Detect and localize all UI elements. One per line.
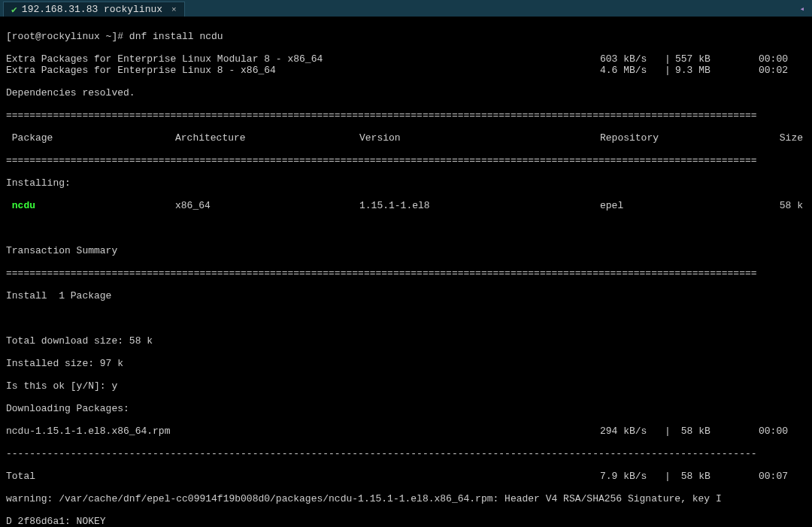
menu-icon[interactable]: ◂ bbox=[799, 4, 809, 14]
tab-bar: ✔ 192.168.31.83 rockylinux × ◂ bbox=[0, 0, 812, 17]
hdr-size: Size bbox=[765, 132, 803, 144]
total-rate: 7.9 kB/s bbox=[600, 471, 660, 482]
total-line: Total 7.9 kB/s | 58 kB 00:07 bbox=[6, 471, 806, 482]
repo-time: 00:00 bbox=[728, 53, 788, 65]
hdr-repo: Repository bbox=[600, 132, 765, 144]
total-amt: 58 kB bbox=[675, 471, 728, 482]
repo-time: 00:02 bbox=[728, 65, 788, 76]
dl-time: 00:00 bbox=[728, 426, 788, 437]
repo-rate: 603 kB/s bbox=[600, 53, 660, 65]
close-icon[interactable]: × bbox=[171, 5, 177, 14]
sep: | bbox=[660, 65, 675, 76]
repo-name: Extra Packages for Enterprise Linux Modu… bbox=[6, 53, 600, 65]
install-count: Install 1 Package bbox=[6, 290, 806, 301]
repo-amt: 9.3 MB bbox=[675, 65, 728, 76]
total-label: Total bbox=[6, 471, 600, 482]
warning-line: warning: /var/cache/dnf/epel-cc09914f19b… bbox=[6, 493, 806, 504]
dl-amt: 58 kB bbox=[675, 426, 728, 437]
hr: ========================================… bbox=[6, 155, 806, 166]
repo-name: Extra Packages for Enterprise Linux 8 - … bbox=[6, 65, 600, 76]
deps-resolved: Dependencies resolved. bbox=[6, 87, 806, 98]
repo-amt: 557 kB bbox=[675, 53, 728, 65]
pkg-repo: epel bbox=[600, 200, 765, 211]
pkg-name: ncdu bbox=[6, 200, 175, 211]
download-line: ncdu-1.15.1-1.el8.x86_64.rpm 294 kB/s | … bbox=[6, 426, 806, 437]
downloading-label: Downloading Packages: bbox=[6, 403, 806, 414]
dl-name: ncdu-1.15.1-1.el8.x86_64.rpm bbox=[6, 426, 600, 437]
package-row: ncdu x86_64 1.15.1-1.el8 epel 58 k bbox=[6, 200, 806, 211]
pkg-version: 1.15.1-1.el8 bbox=[359, 200, 600, 211]
hr: ========================================… bbox=[6, 110, 806, 121]
repo-download-line: Extra Packages for Enterprise Linux Modu… bbox=[6, 53, 806, 65]
sep: | bbox=[660, 53, 675, 65]
installed-size: Installed size: 97 k bbox=[6, 358, 806, 369]
confirm-prompt: Is this ok [y/N]: y bbox=[6, 380, 806, 392]
dl-rate: 294 kB/s bbox=[600, 426, 660, 437]
hr: ========================================… bbox=[6, 268, 806, 279]
pkg-arch: x86_64 bbox=[175, 200, 359, 211]
table-header: Package Architecture Version Repository … bbox=[6, 132, 806, 144]
sep: | bbox=[660, 426, 675, 437]
transaction-summary: Transaction Summary bbox=[6, 245, 806, 256]
blank bbox=[6, 313, 806, 324]
repo-rate: 4.6 MB/s bbox=[600, 65, 660, 76]
hdr-version: Version bbox=[359, 132, 600, 144]
hdr-arch: Architecture bbox=[175, 132, 359, 144]
hdr-package: Package bbox=[6, 132, 175, 144]
total-time: 00:07 bbox=[728, 471, 788, 482]
terminal-output[interactable]: [root@rockylinux ~]# dnf install ncdu Ex… bbox=[0, 17, 812, 527]
blank bbox=[6, 223, 806, 234]
shell-prompt: [root@rockylinux ~]# bbox=[6, 31, 129, 42]
repo-download-line: Extra Packages for Enterprise Linux 8 - … bbox=[6, 65, 806, 76]
warning-line: D 2f86d6a1: NOKEY bbox=[6, 516, 806, 527]
download-size: Total download size: 58 k bbox=[6, 335, 806, 347]
sep: | bbox=[660, 471, 675, 482]
pkg-size: 58 k bbox=[765, 200, 803, 211]
installing-label: Installing: bbox=[6, 177, 806, 189]
tab-label: 192.168.31.83 rockylinux bbox=[22, 4, 162, 15]
dash: ----------------------------------------… bbox=[6, 448, 806, 459]
terminal-tab[interactable]: ✔ 192.168.31.83 rockylinux × bbox=[3, 2, 185, 17]
check-icon: ✔ bbox=[11, 4, 17, 16]
command-text: dnf install ncdu bbox=[129, 31, 223, 42]
